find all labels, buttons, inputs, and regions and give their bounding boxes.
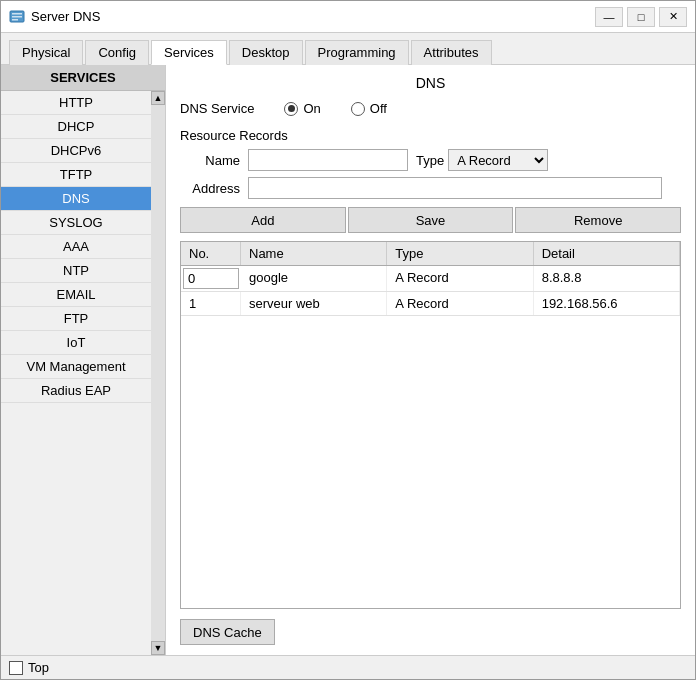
sidebar-header: SERVICES [1,65,165,91]
type-select[interactable]: A Record AAAA Record CNAME MX NS PTR SOA [448,149,548,171]
address-label: Address [180,181,240,196]
dns-table[interactable]: No. Name Type Detail 0 google A Record 8… [180,241,681,609]
scroll-down-btn[interactable]: ▼ [151,641,165,655]
sidebar-item-dhcp[interactable]: DHCP [1,115,151,139]
svg-rect-2 [12,16,22,18]
save-button[interactable]: Save [348,207,514,233]
radio-on-circle[interactable] [284,102,298,116]
row1-no: 1 [181,292,241,315]
radio-group: On Off [284,101,386,116]
remove-button[interactable]: Remove [515,207,681,233]
row0-name: google [241,266,387,291]
tab-desktop[interactable]: Desktop [229,40,303,65]
svg-rect-1 [12,13,22,15]
sidebar-scrollbar[interactable]: ▲ ▼ [151,91,165,655]
name-label: Name [180,153,240,168]
row1-type: A Record [387,292,533,315]
minimize-button[interactable]: — [595,7,623,27]
col-no: No. [181,242,241,265]
dns-title: DNS [180,75,681,91]
sidebar-item-syslog[interactable]: SYSLOG [1,211,151,235]
col-name: Name [241,242,387,265]
dns-service-label: DNS Service [180,101,254,116]
button-row: Add Save Remove [180,207,681,233]
name-row: Name Type A Record AAAA Record CNAME MX … [180,149,681,171]
svg-rect-3 [12,19,18,21]
dns-service-row: DNS Service On Off [180,101,681,116]
tab-bar: Physical Config Services Desktop Program… [1,33,695,65]
window-title: Server DNS [31,9,595,24]
table-header: No. Name Type Detail [181,242,680,266]
radio-off-option[interactable]: Off [351,101,387,116]
main-window: Server DNS — □ ✕ Physical Config Service… [0,0,696,680]
sidebar-item-ntp[interactable]: NTP [1,259,151,283]
resource-records-section: Resource Records Name Type A Record AAAA… [180,128,681,645]
sidebar-item-vm-management[interactable]: VM Management [1,355,151,379]
name-input[interactable] [248,149,408,171]
sidebar-item-http[interactable]: HTTP [1,91,151,115]
window-icon [9,9,25,25]
col-type: Type [387,242,533,265]
table-row[interactable]: 0 google A Record 8.8.8.8 [181,266,680,292]
top-checkbox[interactable] [9,661,23,675]
content-area: DNS DNS Service On Off Resource Rec [166,65,695,655]
tab-attributes[interactable]: Attributes [411,40,492,65]
row1-detail: 192.168.56.6 [534,292,680,315]
footer: Top [1,655,695,679]
sidebar-item-dhcpv6[interactable]: DHCPv6 [1,139,151,163]
sidebar-item-radius-eap[interactable]: Radius EAP [1,379,151,403]
scroll-up-btn[interactable]: ▲ [151,91,165,105]
tab-config[interactable]: Config [85,40,149,65]
sidebar-item-dns[interactable]: DNS [1,187,151,211]
maximize-button[interactable]: □ [627,7,655,27]
address-input[interactable] [248,177,662,199]
main-content: SERVICES HTTP DHCP DHCPv6 TFTP DNS SYSLO… [1,65,695,655]
sidebar-item-tftp[interactable]: TFTP [1,163,151,187]
type-label: Type [416,153,444,168]
row0-type: A Record [387,266,533,291]
dns-cache-button[interactable]: DNS Cache [180,619,275,645]
radio-off-label: Off [370,101,387,116]
row1-name: serveur web [241,292,387,315]
top-checkbox-item[interactable]: Top [9,660,49,675]
radio-on-option[interactable]: On [284,101,320,116]
row0-detail: 8.8.8.8 [534,266,680,291]
sidebar-item-aaa[interactable]: AAA [1,235,151,259]
sidebar-item-email[interactable]: EMAIL [1,283,151,307]
tab-programming[interactable]: Programming [305,40,409,65]
title-bar: Server DNS — □ ✕ [1,1,695,33]
sidebar-item-iot[interactable]: IoT [1,331,151,355]
address-row: Address [180,177,681,199]
top-label: Top [28,660,49,675]
bottom-row: DNS Cache [180,617,681,645]
row0-no: 0 [183,268,239,289]
radio-on-label: On [303,101,320,116]
col-detail: Detail [534,242,680,265]
close-button[interactable]: ✕ [659,7,687,27]
sidebar-scroll[interactable]: HTTP DHCP DHCPv6 TFTP DNS SYSLOG AAA NTP… [1,91,151,655]
tab-physical[interactable]: Physical [9,40,83,65]
radio-off-circle[interactable] [351,102,365,116]
tab-services[interactable]: Services [151,40,227,65]
type-group: Type A Record AAAA Record CNAME MX NS PT… [416,149,548,171]
table-row[interactable]: 1 serveur web A Record 192.168.56.6 [181,292,680,316]
title-bar-controls: — □ ✕ [595,7,687,27]
sidebar-item-ftp[interactable]: FTP [1,307,151,331]
section-title: Resource Records [180,128,681,143]
sidebar: SERVICES HTTP DHCP DHCPv6 TFTP DNS SYSLO… [1,65,166,655]
add-button[interactable]: Add [180,207,346,233]
